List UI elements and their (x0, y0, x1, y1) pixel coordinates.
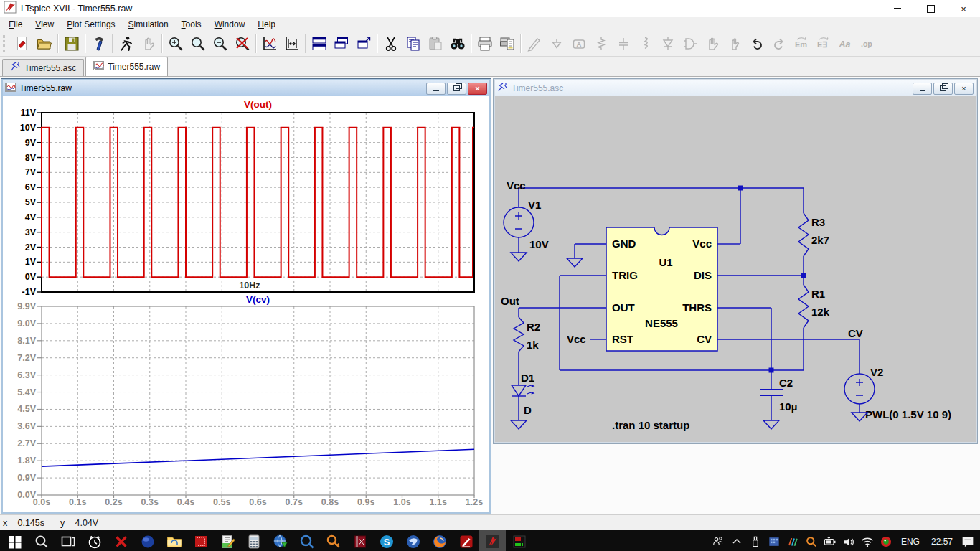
tab-timer555.asc[interactable]: Timer555.asc (2, 59, 84, 76)
diode-button[interactable] (656, 34, 679, 54)
resistor-button[interactable] (590, 34, 612, 54)
language-indicator[interactable]: ENG (895, 537, 925, 547)
menu-window[interactable]: Window (208, 18, 252, 31)
child-minimize-button[interactable] (426, 83, 446, 95)
taskbar-task-view-icon[interactable] (55, 530, 81, 551)
rotate-button[interactable]: E∃ (812, 34, 834, 54)
tray-search-orange-icon[interactable] (802, 530, 821, 551)
tray-chevron-up-icon[interactable] (727, 530, 746, 551)
zoom-extents-button[interactable] (231, 34, 253, 54)
spice-directive-text[interactable]: .tran 10 startup (612, 419, 689, 431)
save-button[interactable] (60, 34, 83, 54)
autorange-button[interactable] (258, 34, 281, 54)
child-close-button[interactable]: × (468, 83, 487, 95)
taskbar-monitor-app-icon[interactable] (506, 530, 532, 551)
taskbar-search-icon[interactable] (28, 530, 55, 551)
tray-panel-app-icon[interactable] (765, 530, 783, 551)
zoom-fit-button[interactable] (281, 34, 303, 54)
child-close-button[interactable]: × (954, 83, 974, 95)
menu-help[interactable]: Help (251, 18, 282, 31)
run-button[interactable] (115, 34, 137, 54)
net-label-vcc[interactable]: Vcc (507, 179, 526, 192)
taskbar-search-blue-app-icon[interactable] (293, 530, 320, 551)
net-label-cv[interactable]: CV (848, 327, 863, 339)
spice-directive-button[interactable]: .op (857, 34, 879, 54)
tab-timer555.raw[interactable]: Timer555.raw (85, 57, 168, 76)
tray-tray-shield-icon[interactable] (877, 530, 895, 551)
control-panel-button[interactable] (88, 34, 110, 54)
menu-simulation[interactable]: Simulation (122, 18, 175, 31)
menu-view[interactable]: View (29, 18, 60, 31)
capacitor-button[interactable] (612, 34, 634, 54)
taskbar-sphere-app-icon[interactable] (134, 530, 161, 551)
taskbar-skype-app-icon[interactable]: S (373, 530, 400, 551)
vcv-trace-title[interactable]: V(cv) (246, 294, 270, 305)
new-schematic-button[interactable] (11, 34, 33, 54)
mirror-button[interactable]: Em (790, 34, 812, 54)
redo-button[interactable] (768, 34, 790, 54)
menu-file[interactable]: File (2, 18, 29, 31)
move-button[interactable] (701, 34, 723, 54)
close-button[interactable]: × (947, 0, 980, 17)
paste-button[interactable] (424, 34, 446, 54)
net-label-out[interactable]: Out (501, 295, 519, 307)
clock[interactable]: 22:57 (925, 537, 958, 547)
tile-windows-button[interactable] (308, 34, 330, 54)
menu-tools[interactable]: Tools (175, 18, 208, 31)
open-button[interactable] (33, 34, 55, 54)
zoom-back-button[interactable] (187, 34, 209, 54)
taskbar-globe-app-icon[interactable] (267, 530, 293, 551)
print-preview-button[interactable] (496, 34, 518, 54)
copy-button[interactable] (402, 34, 424, 54)
zoom-in-button[interactable] (164, 34, 187, 54)
cascade-windows-button[interactable] (330, 34, 352, 54)
notification-center-icon[interactable] (958, 530, 977, 551)
text-button[interactable]: Aa (834, 34, 857, 54)
taskbar-notepad-app-icon[interactable] (214, 530, 240, 551)
drag-button[interactable] (723, 34, 745, 54)
tray-volume-icon[interactable] (839, 530, 858, 551)
find-button[interactable] (446, 34, 468, 54)
taskbar-thunderbird-app-icon[interactable] (400, 530, 426, 551)
waveform-window-titlebar[interactable]: Timer555.raw × (3, 80, 489, 96)
tray-people-icon[interactable] (709, 530, 727, 551)
net-label-vcc[interactable]: Vcc (567, 333, 586, 345)
label-button[interactable]: A (567, 34, 590, 54)
taskbar-file-explorer-icon[interactable] (161, 530, 187, 551)
child-minimize-button[interactable] (913, 83, 932, 95)
ground-button[interactable] (545, 34, 567, 54)
taskbar-editor-app-icon[interactable] (453, 530, 479, 551)
print-button[interactable] (473, 34, 496, 54)
arrange-windows-button[interactable] (352, 34, 374, 54)
toolbar-grip[interactable] (3, 35, 8, 52)
schematic-window-titlebar[interactable]: Timer555.asc × (495, 80, 976, 96)
undo-button[interactable] (745, 34, 768, 54)
taskbar-calculator-app-icon[interactable] (240, 530, 267, 551)
minimize-button[interactable] (881, 0, 914, 17)
taskbar-red-grid-app-icon[interactable] (187, 530, 214, 551)
tray-battery-icon[interactable] (821, 530, 839, 551)
maximize-button[interactable] (914, 0, 947, 17)
vcv-trace[interactable] (42, 449, 474, 466)
child-restore-button[interactable] (933, 83, 953, 95)
inductor-button[interactable] (634, 34, 656, 54)
taskbar-firefox-app-icon[interactable] (426, 530, 453, 551)
taskbar-clock-app-icon[interactable] (81, 530, 108, 551)
tray-colorbars-icon[interactable] (783, 530, 802, 551)
taskbar-close-red-app-icon[interactable] (108, 530, 134, 551)
taskbar-key-app-icon[interactable] (320, 530, 347, 551)
schematic-background[interactable] (495, 96, 976, 442)
zoom-out-button[interactable] (209, 34, 231, 54)
component-button[interactable] (679, 34, 701, 54)
tray-usb-icon[interactable] (746, 530, 765, 551)
waveform-plot-canvas[interactable]: V(out)V(cv)11V10V9V8V7V6V5V4V3V2V1V0V-1V… (3, 96, 489, 512)
taskbar-book-app-icon[interactable] (347, 530, 373, 551)
tray-wifi-icon[interactable] (858, 530, 877, 551)
child-restore-button[interactable] (447, 83, 466, 95)
schematic-canvas[interactable]: GNDTRIGOUTRSTVccDISTHRSCVU1NE555R32k7R11… (495, 96, 976, 442)
taskbar-start-icon[interactable] (1, 530, 28, 551)
taskbar-ltspice-app-icon[interactable] (479, 530, 506, 551)
cut-button[interactable] (380, 34, 402, 54)
halt-button[interactable] (137, 34, 159, 54)
menu-plot-settings[interactable]: Plot Settings (60, 18, 121, 31)
